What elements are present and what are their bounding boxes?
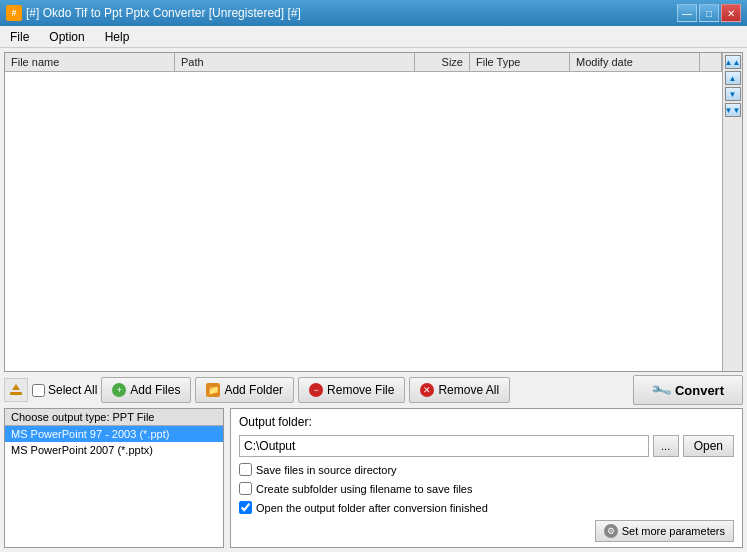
title-bar: # [#] Okdo Tif to Ppt Pptx Converter [Un… [0, 0, 747, 26]
remove-all-button[interactable]: ✕ Remove All [409, 377, 510, 403]
select-all-checkbox[interactable] [32, 384, 45, 397]
folder-path-row: ... Open [239, 435, 734, 457]
gear-icon: ⚙ [604, 524, 618, 538]
add-files-label: Add Files [130, 383, 180, 397]
output-list: MS PowerPoint 97 - 2003 (*.ppt) MS Power… [5, 426, 223, 547]
params-row: ⚙ Set more parameters [239, 520, 734, 542]
add-files-icon: + [112, 383, 126, 397]
remove-file-label: Remove File [327, 383, 394, 397]
col-extra [700, 53, 722, 71]
upload-button[interactable] [4, 378, 28, 402]
close-button[interactable]: ✕ [721, 4, 741, 22]
minimize-button[interactable]: — [677, 4, 697, 22]
col-filetype: File Type [470, 53, 570, 71]
open-output-text: Open the output folder after conversion … [256, 502, 488, 514]
select-all-text: Select All [48, 383, 97, 397]
svg-marker-1 [12, 384, 20, 390]
create-subfolder-checkbox[interactable] [239, 482, 252, 495]
wrench-icon: 🔧 [649, 379, 672, 401]
toolbar: Select All + Add Files 📁 Add Folder − Re… [4, 376, 743, 404]
main-content: File name Path Size File Type Modify dat… [0, 48, 747, 552]
bottom-section: Choose output type: PPT File MS PowerPoi… [4, 408, 743, 548]
add-folder-button[interactable]: 📁 Add Folder [195, 377, 294, 403]
add-files-button[interactable]: + Add Files [101, 377, 191, 403]
output-folder-panel: Output folder: ... Open Save files in so… [230, 408, 743, 548]
save-source-text: Save files in source directory [256, 464, 397, 476]
remove-all-icon: ✕ [420, 383, 434, 397]
col-path: Path [175, 53, 415, 71]
browse-button[interactable]: ... [653, 435, 679, 457]
app-icon: # [6, 5, 22, 21]
output-item-pptx[interactable]: MS PowerPoint 2007 (*.pptx) [5, 442, 223, 458]
menu-option[interactable]: Option [43, 28, 90, 46]
scroll-top-button[interactable]: ▲▲ [725, 55, 741, 69]
file-table-body [5, 72, 722, 371]
table-header: File name Path Size File Type Modify dat… [5, 53, 722, 72]
convert-button[interactable]: 🔧 Convert [633, 375, 743, 405]
set-params-button[interactable]: ⚙ Set more parameters [595, 520, 734, 542]
maximize-button[interactable]: □ [699, 4, 719, 22]
col-modifydate: Modify date [570, 53, 700, 71]
upload-icon [9, 383, 23, 397]
menu-file[interactable]: File [4, 28, 35, 46]
create-subfolder-text: Create subfolder using filename to save … [256, 483, 472, 495]
svg-rect-0 [10, 392, 22, 395]
remove-all-label: Remove All [438, 383, 499, 397]
output-folder-title: Output folder: [239, 415, 734, 429]
scroll-up-button[interactable]: ▲ [725, 71, 741, 85]
add-folder-label: Add Folder [224, 383, 283, 397]
file-table-container: File name Path Size File Type Modify dat… [4, 52, 743, 372]
output-type-panel: Choose output type: PPT File MS PowerPoi… [4, 408, 224, 548]
save-source-label[interactable]: Save files in source directory [239, 463, 734, 476]
open-output-label[interactable]: Open the output folder after conversion … [239, 501, 734, 514]
save-source-checkbox[interactable] [239, 463, 252, 476]
scroll-bottom-button[interactable]: ▼▼ [725, 103, 741, 117]
add-folder-icon: 📁 [206, 383, 220, 397]
open-button[interactable]: Open [683, 435, 734, 457]
select-all-label[interactable]: Select All [32, 383, 97, 397]
remove-file-icon: − [309, 383, 323, 397]
window-controls: — □ ✕ [677, 4, 741, 22]
scroll-buttons: ▲▲ ▲ ▼ ▼▼ [722, 53, 742, 371]
title-text: [#] Okdo Tif to Ppt Pptx Converter [Unre… [26, 6, 301, 20]
menu-help[interactable]: Help [99, 28, 136, 46]
col-filename: File name [5, 53, 175, 71]
params-label: Set more parameters [622, 525, 725, 537]
menu-bar: File Option Help [0, 26, 747, 48]
output-type-title: Choose output type: PPT File [5, 409, 223, 426]
output-item-ppt[interactable]: MS PowerPoint 97 - 2003 (*.ppt) [5, 426, 223, 442]
col-size: Size [415, 53, 470, 71]
create-subfolder-label[interactable]: Create subfolder using filename to save … [239, 482, 734, 495]
scroll-down-button[interactable]: ▼ [725, 87, 741, 101]
open-output-checkbox[interactable] [239, 501, 252, 514]
remove-file-button[interactable]: − Remove File [298, 377, 405, 403]
output-folder-input[interactable] [239, 435, 649, 457]
file-table-wrapper: File name Path Size File Type Modify dat… [5, 53, 722, 371]
convert-label: Convert [675, 383, 724, 398]
